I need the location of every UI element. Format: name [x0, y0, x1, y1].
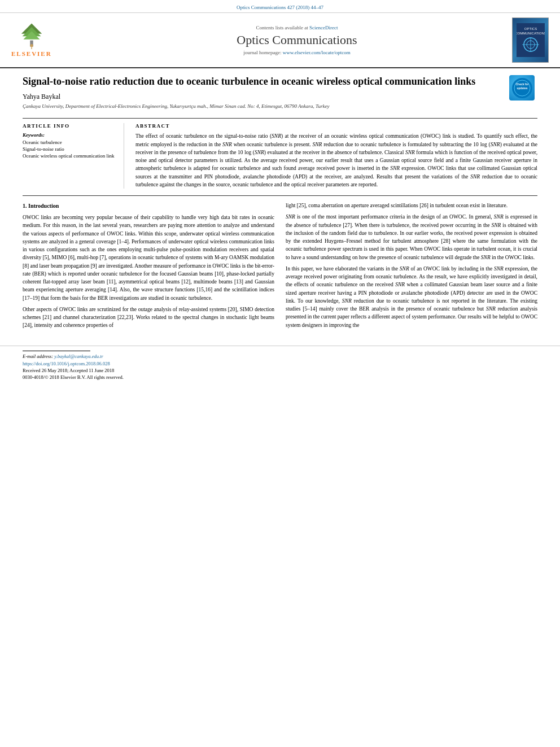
article-info-abstract-section: ARTICLE INFO Keywords: Oceanic turbulenc…	[23, 118, 537, 189]
footer: E-mail address: y.baykal@cankaya.edu.tr …	[0, 346, 560, 385]
article-title-section: Signal-to-noise ratio reduction due to o…	[23, 75, 537, 113]
article-author: Yahya Baykal	[23, 93, 501, 101]
article-affiliation: Çankaya University, Department of Electr…	[23, 103, 501, 109]
elsevier-tree-icon	[15, 21, 49, 49]
svg-text:Check for: Check for	[515, 82, 528, 86]
journal-info-center: Contents lists available at ScienceDirec…	[90, 25, 504, 55]
check-updates-icon: Check for updates	[511, 77, 533, 99]
right-paragraph-1: light [25], coma aberration on aperture …	[286, 202, 537, 209]
abstract-section: ABSTRACT The effect of oceanic turbulenc…	[135, 123, 537, 189]
journal-citation: Optics Communications 427 (2018) 44–47	[237, 5, 323, 10]
abstract-text: The effect of oceanic turbulence on the …	[135, 132, 537, 189]
journal-header: ELSEVIER Contents lists available at Sci…	[0, 13, 560, 68]
elsevier-text: ELSEVIER	[11, 50, 52, 57]
sciencedirect-anchor[interactable]: ScienceDirect	[309, 25, 338, 30]
keywords-label: Keywords:	[23, 132, 117, 138]
body-column-right: light [25], coma aberration on aperture …	[286, 202, 537, 333]
keyword-3: Oceanic wireless optical communication l…	[23, 153, 117, 159]
cover-graphic: OPTICS COMMUNICATIONS	[517, 23, 545, 57]
sciencedirect-link: Contents lists available at ScienceDirec…	[90, 25, 504, 30]
journal-homepage-link[interactable]: www.elsevier.com/locate/optcom	[283, 50, 351, 55]
intro-paragraph-2: Other aspects of OWOC links are scrutini…	[23, 305, 274, 330]
svg-text:updates: updates	[517, 86, 527, 90]
copyright-text: 0030-4018/© 2018 Elsevier B.V. All right…	[23, 374, 537, 380]
doi-link[interactable]: https://doi.org/10.1016/j.optcom.2018.06…	[23, 361, 537, 366]
svg-point-4	[30, 44, 33, 47]
journal-homepage: journal homepage: www.elsevier.com/locat…	[90, 50, 504, 55]
article-title-text: Signal-to-noise ratio reduction due to o…	[23, 75, 501, 113]
abstract-heading: ABSTRACT	[135, 123, 537, 129]
article-title: Signal-to-noise ratio reduction due to o…	[23, 75, 501, 88]
elsevier-logo: ELSEVIER	[11, 21, 52, 57]
journal-title: Optics Communications	[90, 33, 504, 47]
right-paragraph-3: In this paper, we have elaborated the va…	[286, 265, 537, 329]
section1-title: 1. Introduction	[23, 202, 274, 210]
email-label: E-mail address: y.baykal@cankaya.edu.tr	[23, 353, 537, 359]
journal-cover-image: OPTICS COMMUNICATIONS	[512, 18, 549, 63]
body-column-left: 1. Introduction OWOC links are becoming …	[23, 202, 274, 333]
intro-paragraph-1: OWOC links are becoming very popular bec…	[23, 213, 274, 302]
article-info: ARTICLE INFO Keywords: Oceanic turbulenc…	[23, 123, 124, 189]
body-columns: 1. Introduction OWOC links are becoming …	[23, 195, 537, 333]
publisher-logo-area: ELSEVIER	[11, 21, 90, 59]
received-text: Received 26 May 2018; Accepted 11 June 2…	[23, 368, 537, 373]
svg-text:OPTICS: OPTICS	[524, 27, 536, 30]
email-link[interactable]: y.baykal@cankaya.edu.tr	[54, 353, 103, 359]
keyword-2: Signal-to-noise ratio	[23, 146, 117, 152]
page: Optics Communications 427 (2018) 44–47 E…	[0, 0, 560, 747]
svg-text:COMMUNICATIONS: COMMUNICATIONS	[517, 32, 545, 35]
keyword-1: Oceanic turbulence	[23, 139, 117, 145]
journal-citation-bar: Optics Communications 427 (2018) 44–47	[0, 0, 560, 13]
article-content: Signal-to-noise ratio reduction due to o…	[0, 68, 560, 340]
right-paragraph-2: SNR is one of the most important perform…	[286, 213, 537, 261]
check-updates-badge-area: Check for updates	[506, 75, 537, 101]
check-updates-badge: Check for updates	[509, 75, 535, 101]
article-info-heading: ARTICLE INFO	[23, 123, 117, 129]
footer-divider	[23, 351, 90, 351]
journal-cover-area: OPTICS COMMUNICATIONS	[504, 18, 549, 63]
